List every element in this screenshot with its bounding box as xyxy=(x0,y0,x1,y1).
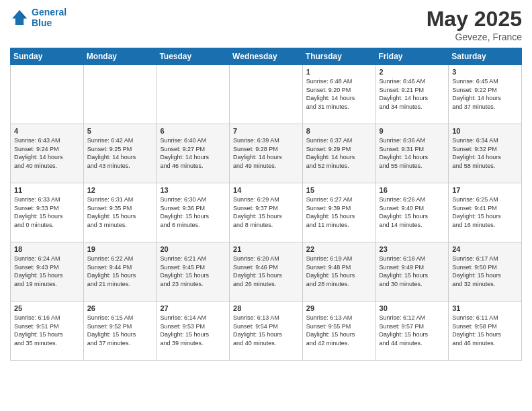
col-header-friday: Friday xyxy=(375,48,449,65)
calendar-header-row: SundayMondayTuesdayWednesdayThursdayFrid… xyxy=(11,48,522,65)
day-cell: 17Sunrise: 6:25 AMSunset: 9:41 PMDayligh… xyxy=(449,183,522,242)
day-cell xyxy=(83,65,157,124)
location: Geveze, France xyxy=(427,32,522,42)
col-header-saturday: Saturday xyxy=(449,48,522,65)
week-row-5: 25Sunrise: 6:16 AMSunset: 9:51 PMDayligh… xyxy=(11,302,522,361)
day-number: 15 xyxy=(306,186,372,194)
day-number: 2 xyxy=(380,68,445,76)
day-cell: 18Sunrise: 6:24 AMSunset: 9:43 PMDayligh… xyxy=(11,242,84,302)
day-info: Sunrise: 6:19 AMSunset: 9:48 PMDaylight:… xyxy=(306,255,372,288)
day-cell: 23Sunrise: 6:18 AMSunset: 9:49 PMDayligh… xyxy=(375,242,449,302)
day-number: 27 xyxy=(160,304,226,312)
day-number: 23 xyxy=(380,245,445,253)
day-info: Sunrise: 6:40 AMSunset: 9:27 PMDaylight:… xyxy=(160,136,226,170)
day-info: Sunrise: 6:45 AMSunset: 9:22 PMDaylight:… xyxy=(452,77,518,111)
day-cell: 29Sunrise: 6:13 AMSunset: 9:55 PMDayligh… xyxy=(302,302,375,361)
day-info: Sunrise: 6:39 AMSunset: 9:28 PMDaylight:… xyxy=(233,136,299,170)
day-number: 14 xyxy=(233,186,299,194)
day-number: 21 xyxy=(233,245,299,253)
day-cell: 27Sunrise: 6:14 AMSunset: 9:53 PMDayligh… xyxy=(157,302,230,361)
page: General Blue May 2025 Geveze, France Sun… xyxy=(0,0,532,411)
day-info: Sunrise: 6:22 AMSunset: 9:44 PMDaylight:… xyxy=(87,255,153,288)
day-info: Sunrise: 6:11 AMSunset: 9:58 PMDaylight:… xyxy=(452,314,518,347)
day-info: Sunrise: 6:13 AMSunset: 9:55 PMDaylight:… xyxy=(306,314,372,347)
day-cell: 24Sunrise: 6:17 AMSunset: 9:50 PMDayligh… xyxy=(449,242,522,302)
logo-text: General Blue xyxy=(32,7,66,28)
day-cell: 31Sunrise: 6:11 AMSunset: 9:58 PMDayligh… xyxy=(449,302,522,361)
day-number: 25 xyxy=(14,304,80,312)
day-number: 22 xyxy=(306,245,372,253)
day-cell xyxy=(11,65,84,124)
day-number: 26 xyxy=(87,304,153,312)
day-number: 11 xyxy=(14,186,80,194)
day-number: 5 xyxy=(87,127,153,135)
day-info: Sunrise: 6:24 AMSunset: 9:43 PMDaylight:… xyxy=(14,255,80,288)
day-cell: 7Sunrise: 6:39 AMSunset: 9:28 PMDaylight… xyxy=(230,124,303,183)
day-info: Sunrise: 6:31 AMSunset: 9:35 PMDaylight:… xyxy=(87,195,153,229)
day-info: Sunrise: 6:25 AMSunset: 9:41 PMDaylight:… xyxy=(452,195,518,229)
day-info: Sunrise: 6:30 AMSunset: 9:36 PMDaylight:… xyxy=(160,195,226,229)
week-row-2: 4Sunrise: 6:43 AMSunset: 9:24 PMDaylight… xyxy=(11,124,522,183)
day-info: Sunrise: 6:21 AMSunset: 9:45 PMDaylight:… xyxy=(160,255,226,288)
day-number: 8 xyxy=(306,127,372,135)
week-row-3: 11Sunrise: 6:33 AMSunset: 9:33 PMDayligh… xyxy=(11,183,522,242)
day-number: 17 xyxy=(452,186,518,194)
day-cell: 2Sunrise: 6:46 AMSunset: 9:21 PMDaylight… xyxy=(375,65,449,124)
day-cell: 26Sunrise: 6:15 AMSunset: 9:52 PMDayligh… xyxy=(83,302,157,361)
day-number: 19 xyxy=(87,245,153,253)
day-number: 4 xyxy=(14,127,80,135)
day-info: Sunrise: 6:16 AMSunset: 9:51 PMDaylight:… xyxy=(14,314,80,347)
day-cell: 21Sunrise: 6:20 AMSunset: 9:46 PMDayligh… xyxy=(230,242,303,302)
col-header-monday: Monday xyxy=(83,48,157,65)
day-info: Sunrise: 6:42 AMSunset: 9:25 PMDaylight:… xyxy=(87,136,153,170)
day-info: Sunrise: 6:36 AMSunset: 9:31 PMDaylight:… xyxy=(380,136,445,170)
logo-icon xyxy=(10,8,29,27)
day-number: 13 xyxy=(160,186,226,194)
day-number: 16 xyxy=(380,186,445,194)
day-cell: 12Sunrise: 6:31 AMSunset: 9:35 PMDayligh… xyxy=(83,183,157,242)
day-cell xyxy=(157,65,230,124)
col-header-wednesday: Wednesday xyxy=(230,48,303,65)
day-cell: 28Sunrise: 6:13 AMSunset: 9:54 PMDayligh… xyxy=(230,302,303,361)
day-info: Sunrise: 6:12 AMSunset: 9:57 PMDaylight:… xyxy=(380,314,445,347)
day-cell: 30Sunrise: 6:12 AMSunset: 9:57 PMDayligh… xyxy=(375,302,449,361)
day-info: Sunrise: 6:33 AMSunset: 9:33 PMDaylight:… xyxy=(14,195,80,229)
week-row-4: 18Sunrise: 6:24 AMSunset: 9:43 PMDayligh… xyxy=(11,242,522,302)
day-cell: 25Sunrise: 6:16 AMSunset: 9:51 PMDayligh… xyxy=(11,302,84,361)
day-info: Sunrise: 6:43 AMSunset: 9:24 PMDaylight:… xyxy=(14,136,80,170)
day-info: Sunrise: 6:37 AMSunset: 9:29 PMDaylight:… xyxy=(306,136,372,170)
day-cell: 20Sunrise: 6:21 AMSunset: 9:45 PMDayligh… xyxy=(157,242,230,302)
day-number: 1 xyxy=(306,68,372,76)
day-cell: 16Sunrise: 6:26 AMSunset: 9:40 PMDayligh… xyxy=(375,183,449,242)
day-number: 18 xyxy=(14,245,80,253)
day-number: 20 xyxy=(160,245,226,253)
calendar-table: SundayMondayTuesdayWednesdayThursdayFrid… xyxy=(10,48,522,361)
day-info: Sunrise: 6:46 AMSunset: 9:21 PMDaylight:… xyxy=(380,77,445,111)
header: General Blue May 2025 Geveze, France xyxy=(10,7,522,42)
day-cell: 3Sunrise: 6:45 AMSunset: 9:22 PMDaylight… xyxy=(449,65,522,124)
day-number: 9 xyxy=(380,127,445,135)
month-title: May 2025 xyxy=(427,7,522,32)
day-cell: 22Sunrise: 6:19 AMSunset: 9:48 PMDayligh… xyxy=(302,242,375,302)
week-row-1: 1Sunrise: 6:48 AMSunset: 9:20 PMDaylight… xyxy=(11,65,522,124)
day-cell: 6Sunrise: 6:40 AMSunset: 9:27 PMDaylight… xyxy=(157,124,230,183)
day-cell: 1Sunrise: 6:48 AMSunset: 9:20 PMDaylight… xyxy=(302,65,375,124)
day-info: Sunrise: 6:17 AMSunset: 9:50 PMDaylight:… xyxy=(452,255,518,288)
day-cell: 10Sunrise: 6:34 AMSunset: 9:32 PMDayligh… xyxy=(449,124,522,183)
col-header-sunday: Sunday xyxy=(11,48,84,65)
col-header-tuesday: Tuesday xyxy=(157,48,230,65)
day-cell: 15Sunrise: 6:27 AMSunset: 9:39 PMDayligh… xyxy=(302,183,375,242)
day-cell: 5Sunrise: 6:42 AMSunset: 9:25 PMDaylight… xyxy=(83,124,157,183)
day-info: Sunrise: 6:20 AMSunset: 9:46 PMDaylight:… xyxy=(233,255,299,288)
day-number: 24 xyxy=(452,245,518,253)
day-info: Sunrise: 6:29 AMSunset: 9:37 PMDaylight:… xyxy=(233,195,299,229)
day-cell: 8Sunrise: 6:37 AMSunset: 9:29 PMDaylight… xyxy=(302,124,375,183)
day-number: 6 xyxy=(160,127,226,135)
day-info: Sunrise: 6:15 AMSunset: 9:52 PMDaylight:… xyxy=(87,314,153,347)
day-info: Sunrise: 6:14 AMSunset: 9:53 PMDaylight:… xyxy=(160,314,226,347)
day-number: 7 xyxy=(233,127,299,135)
day-cell: 14Sunrise: 6:29 AMSunset: 9:37 PMDayligh… xyxy=(230,183,303,242)
day-number: 30 xyxy=(380,304,445,312)
title-block: May 2025 Geveze, France xyxy=(427,7,522,42)
day-number: 12 xyxy=(87,186,153,194)
